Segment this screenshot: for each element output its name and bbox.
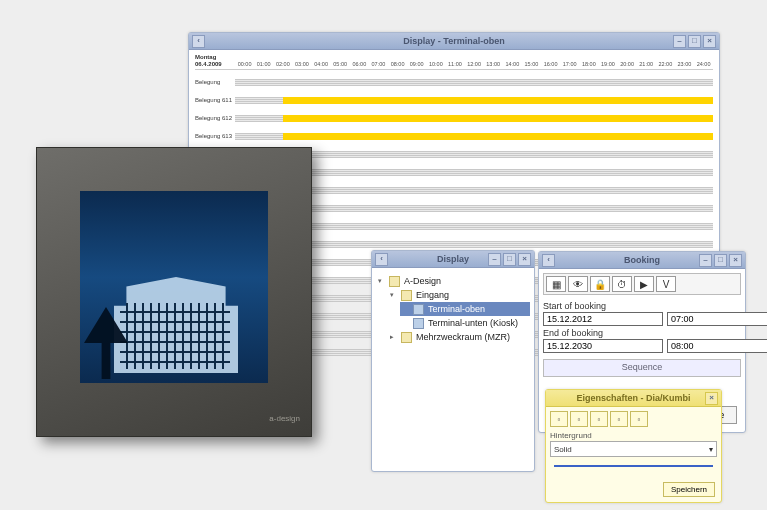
timeline-row: Belegung 611 — [195, 94, 713, 106]
new-icon[interactable]: ▫ — [550, 411, 568, 427]
minimize-icon[interactable]: – — [488, 253, 501, 266]
tree-root-label: A-Design — [404, 274, 441, 288]
chevron-down-icon: ▾ — [709, 443, 713, 456]
properties-toolbar: ▫▫▫▫▫ — [550, 411, 717, 427]
tree-folder[interactable]: ▸Mehrzweckraum (MZR) — [388, 330, 530, 344]
hour-tick: 16:00 — [541, 61, 560, 67]
hour-tick: 23:00 — [675, 61, 694, 67]
properties-window: Eigenschaften - Dia/Kumbi × ▫▫▫▫▫ Hinter… — [545, 389, 722, 503]
hour-tick: 03:00 — [292, 61, 311, 67]
timeline-row-label: Belegung — [195, 79, 235, 85]
hour-tick: 08:00 — [388, 61, 407, 67]
maximize-icon[interactable]: □ — [688, 35, 701, 48]
start-time-input[interactable] — [667, 312, 767, 326]
background-select[interactable]: Solid ▾ — [550, 441, 717, 457]
tree-folder[interactable]: ▾Eingang — [388, 288, 530, 302]
sequence-button[interactable]: Sequence — [543, 359, 741, 377]
timeline-track[interactable] — [235, 115, 713, 122]
timeline-booking-bar[interactable] — [283, 97, 713, 104]
display-icon — [413, 318, 424, 329]
booking-titlebar[interactable]: ‹ Booking – □ × — [539, 252, 745, 269]
hour-tick: 14:00 — [503, 61, 522, 67]
timeline-track[interactable] — [235, 97, 713, 104]
start-date-input[interactable] — [543, 312, 663, 326]
timeline-row-label: Belegung 613 — [195, 133, 235, 139]
hour-tick: 09:00 — [407, 61, 426, 67]
back-icon[interactable]: ‹ — [542, 254, 555, 267]
hour-tick: 02:00 — [273, 61, 292, 67]
tree-item-label: Terminal-unten (Kiosk) — [428, 316, 518, 330]
timeline-booking-bar[interactable] — [283, 115, 713, 122]
copy-icon[interactable]: ▫ — [570, 411, 588, 427]
timeline-row: Belegung 612 — [195, 112, 713, 124]
hour-tick: 24:00 — [694, 61, 713, 67]
end-label: End of booking — [543, 326, 741, 339]
back-icon[interactable]: ‹ — [192, 35, 205, 48]
play-icon[interactable]: ▶ — [634, 276, 654, 292]
timeline-booking-bar[interactable] — [283, 133, 713, 140]
timeline-row: Belegung 613 — [195, 130, 713, 142]
hour-tick: 00:00 — [235, 61, 254, 67]
timeline-title: Display - Terminal-oben — [403, 36, 504, 46]
tree-root[interactable]: ▾ A-Design — [376, 274, 530, 288]
maximize-icon[interactable]: □ — [503, 253, 516, 266]
tree-titlebar[interactable]: ‹ Display – □ × — [372, 251, 534, 268]
validate-icon[interactable]: V — [656, 276, 676, 292]
hour-tick: 22:00 — [656, 61, 675, 67]
hardware-display: a-design — [36, 147, 312, 437]
chevron-down-icon[interactable]: ▾ — [378, 274, 385, 288]
tree-item-label: Terminal-oben — [428, 302, 485, 316]
booking-toolbar: ▦👁🔒⏱▶V — [543, 273, 741, 295]
folder-icon — [401, 332, 412, 343]
hour-tick: 19:00 — [598, 61, 617, 67]
hour-tick: 06:00 — [350, 61, 369, 67]
hour-tick: 15:00 — [522, 61, 541, 67]
end-date-input[interactable] — [543, 339, 663, 353]
maximize-icon[interactable]: □ — [714, 254, 727, 267]
background-select-value: Solid — [554, 443, 572, 456]
tree-display[interactable]: Terminal-unten (Kiosk) — [400, 316, 530, 330]
background-label: Hintergrund — [550, 431, 717, 440]
delete-icon[interactable]: ▫ — [610, 411, 628, 427]
tree-display[interactable]: Terminal-oben — [400, 302, 530, 316]
chevron-icon[interactable]: ▸ — [390, 330, 397, 344]
tree-title: Display — [437, 254, 469, 264]
booking-title: Booking — [624, 255, 660, 265]
close-icon[interactable]: × — [518, 253, 531, 266]
timeline-date: Montag 06.4.2009 — [195, 54, 235, 67]
hour-tick: 07:00 — [369, 61, 388, 67]
preview-icon[interactable]: 👁 — [568, 276, 588, 292]
save-icon[interactable]: ▦ — [546, 276, 566, 292]
chevron-icon[interactable]: ▾ — [390, 288, 397, 302]
close-icon[interactable]: × — [705, 392, 718, 405]
start-label: Start of booking — [543, 299, 741, 312]
timeline-titlebar[interactable]: ‹ Display - Terminal-oben – □ × — [189, 33, 719, 50]
display-tree-window: ‹ Display – □ × ▾ A-Design ▾EingangTermi… — [371, 250, 535, 472]
timeline-track[interactable] — [235, 133, 713, 140]
timeline-hour-scale: 00:0001:0002:0003:0004:0005:0006:0007:00… — [235, 61, 713, 67]
timeline-row-label: Belegung 612 — [195, 115, 235, 121]
lock-icon[interactable]: 🔒 — [590, 276, 610, 292]
properties-titlebar[interactable]: Eigenschaften - Dia/Kumbi × — [546, 390, 721, 407]
properties-save-button[interactable]: Speichern — [663, 482, 715, 497]
minimize-icon[interactable]: – — [699, 254, 712, 267]
hour-tick: 21:00 — [637, 61, 656, 67]
hour-tick: 05:00 — [331, 61, 350, 67]
close-icon[interactable]: × — [729, 254, 742, 267]
back-icon[interactable]: ‹ — [375, 253, 388, 266]
minimize-icon[interactable]: – — [673, 35, 686, 48]
properties-title: Eigenschaften - Dia/Kumbi — [576, 393, 690, 403]
paste-icon[interactable]: ▫ — [590, 411, 608, 427]
clock-icon[interactable]: ⏱ — [612, 276, 632, 292]
close-icon[interactable]: × — [703, 35, 716, 48]
hour-tick: 04:00 — [312, 61, 331, 67]
hour-tick: 12:00 — [465, 61, 484, 67]
hour-tick: 13:00 — [484, 61, 503, 67]
tree-item-label: Mehrzweckraum (MZR) — [416, 330, 510, 344]
color-slider[interactable] — [550, 461, 717, 471]
config-icon[interactable]: ▫ — [630, 411, 648, 427]
tree-body: ▾ A-Design ▾EingangTerminal-obenTerminal… — [372, 268, 534, 350]
timeline-track[interactable] — [235, 79, 713, 86]
timeline-row: Belegung — [195, 76, 713, 88]
end-time-input[interactable] — [667, 339, 767, 353]
